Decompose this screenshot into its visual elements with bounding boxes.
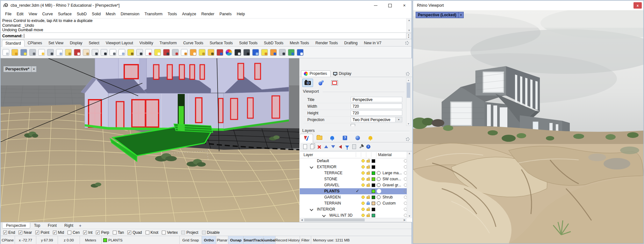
status-cell-z-0-00[interactable]: z 0.00 [58, 236, 80, 244]
osnap-tan[interactable]: Tan [113, 230, 124, 235]
new-viewport-icon[interactable]: + [77, 223, 83, 228]
menu-item[interactable]: View [26, 10, 40, 18]
checkbox[interactable] [181, 231, 185, 234]
checkbox[interactable]: ✓ [53, 231, 57, 234]
menu-item[interactable]: Tools [165, 10, 179, 18]
gear-icon[interactable] [405, 41, 409, 45]
tab-folder-panel[interactable] [313, 134, 326, 142]
layer-unlocked-icon[interactable] [367, 215, 370, 217]
osnap-quad[interactable]: ✓Quad [127, 230, 142, 235]
toolbar-icon-zoom-dashed[interactable] [110, 49, 116, 56]
chevron-expand-icon[interactable] [310, 207, 313, 211]
layer-unlocked-icon[interactable] [367, 178, 370, 181]
menu-item[interactable]: Transform [142, 10, 165, 18]
layer-name[interactable]: GARDEN [324, 195, 340, 199]
layer-color-swatch[interactable] [372, 190, 375, 193]
layer-unlocked-icon[interactable] [367, 172, 370, 175]
toolbar-icon-rendered-sphere[interactable] [243, 49, 250, 56]
status-cell-plants[interactable]: PLANTS [102, 236, 180, 244]
scroll-left-icon[interactable]: ◀ [300, 218, 304, 222]
status-toggle-gumball[interactable]: Gumball [263, 236, 275, 244]
toolbar-icon-undo[interactable] [74, 49, 81, 56]
viewport-tab[interactable]: Front [44, 223, 61, 228]
material-circle-icon[interactable] [377, 177, 381, 181]
layer-visibility-bulb-icon[interactable] [361, 171, 365, 175]
osnap-end[interactable]: ✓End [3, 230, 15, 235]
toolbar-icon-undo-view[interactable] [145, 49, 152, 56]
layer-row-stone[interactable]: STONESW coun... [300, 176, 407, 182]
viewport-title-chip[interactable]: Perspective* ▾ [3, 66, 37, 72]
properties-scrollbar[interactable]: ▲ ▼ [406, 78, 411, 126]
layer-material-name[interactable]: Custom [383, 201, 396, 205]
delete-layer-button[interactable] [316, 144, 323, 150]
viewport-tab[interactable]: Top [30, 223, 44, 228]
toolbar-icon-object-snap[interactable] [172, 49, 179, 56]
chevron-down-icon[interactable]: ▾ [31, 66, 36, 72]
layer-row-interior[interactable]: INTERIOR [300, 206, 407, 212]
layer-visibility-bulb-icon[interactable] [361, 165, 365, 169]
status-toggle-grid-snap[interactable]: Grid Snap [180, 236, 202, 244]
osnap-point[interactable]: ✓Point [35, 230, 49, 235]
gear-icon[interactable] [406, 72, 410, 76]
toolbar-tab[interactable]: Solid Tools [236, 40, 261, 46]
layers-horizontal-scrollbar[interactable]: ◀ ▶ [300, 218, 407, 222]
layer-row-gravel[interactable]: GRAVELGravel gr... [300, 182, 407, 188]
menu-item[interactable]: Edit [14, 10, 26, 18]
layer-color-swatch[interactable] [372, 208, 375, 211]
toolbar-icon-raytrace-sphere[interactable] [252, 49, 259, 56]
move-layer-down-button[interactable] [330, 144, 337, 150]
layer-visibility-bulb-icon[interactable] [361, 177, 365, 181]
material-circle-icon[interactable] [377, 171, 381, 175]
command-history[interactable]: Press Control to extrude, tap Alt to mak… [1, 18, 411, 33]
toolbar-icon-earth[interactable] [288, 49, 295, 56]
checkbox[interactable]: ✓ [127, 231, 131, 234]
toolbar-icon-color-wheel[interactable] [225, 49, 232, 56]
layer-name[interactable]: STONE [324, 177, 337, 181]
layer-locked-icon[interactable] [367, 203, 370, 205]
layers-vertical-scrollbar[interactable]: ▲ ▼ [407, 152, 412, 218]
toolbar-tab[interactable]: Mesh Tools [287, 40, 312, 46]
status-toggle-filter[interactable]: Filter [300, 236, 311, 244]
menu-item[interactable]: File [3, 10, 14, 18]
chevron-expand-icon[interactable] [322, 213, 326, 217]
toolbar-icon-help[interactable] [297, 49, 304, 56]
gear-icon[interactable] [406, 137, 410, 141]
viewport-tab[interactable]: Right [61, 223, 77, 228]
layer-unlocked-icon[interactable] [367, 160, 370, 162]
toolbar-icon-lock[interactable] [208, 49, 214, 56]
toolbar-tab[interactable]: CPlanes [25, 40, 45, 46]
new-sublayer-button[interactable] [309, 144, 316, 150]
menu-item[interactable]: SubD [74, 10, 89, 18]
status-cell-x-72-77[interactable]: x -72.77 [15, 236, 36, 244]
chevron-down-icon[interactable]: ▾ [458, 12, 463, 18]
tab-help-panel[interactable]: ? [339, 134, 351, 142]
toolbar-icon-zoom-dynamic[interactable] [101, 49, 107, 56]
toolbar-icon-control-points[interactable] [190, 49, 197, 56]
toolbar-icon-edit-properties[interactable] [38, 49, 45, 56]
toolbar-icon-copy[interactable] [56, 49, 63, 56]
perspective-viewport[interactable]: Perspective* ▾ [1, 58, 299, 222]
command-history-scrollbar[interactable]: ▲ ▼ [406, 18, 411, 32]
toolbar-icon-print[interactable] [29, 49, 36, 56]
new-layer-button[interactable] [302, 144, 309, 150]
layer-color-swatch[interactable] [372, 159, 375, 163]
checkbox[interactable]: ✓ [18, 231, 22, 234]
layer-name[interactable]: TERRACE [324, 171, 342, 175]
layer-row-exterior[interactable]: EXTERIOR [300, 164, 407, 170]
toolbar-icon-cplane-axes[interactable] [279, 49, 286, 56]
prop-value-input[interactable]: 720 [351, 104, 402, 109]
osnap-near[interactable]: ✓Near [18, 230, 32, 235]
column-material[interactable]: Material [378, 153, 392, 157]
tab-alerts-panel[interactable] [364, 134, 377, 142]
toolbar-tab[interactable]: Set View [45, 40, 67, 46]
toolbar-icon-viewport-layout[interactable] [154, 49, 161, 56]
scroll-right-icon[interactable]: ▶ [403, 218, 407, 222]
layers-help-button[interactable]: ? [365, 144, 372, 150]
layer-tools-button[interactable] [358, 144, 365, 150]
toolbar-tab[interactable]: Select [86, 40, 103, 46]
layer-name[interactable]: Default [317, 159, 329, 163]
layer-color-swatch[interactable] [372, 202, 375, 205]
toolbar-icon-lamp[interactable] [199, 49, 205, 56]
layer-row-default[interactable]: Default [300, 158, 407, 164]
prop-value-input[interactable]: 720 [351, 110, 402, 116]
